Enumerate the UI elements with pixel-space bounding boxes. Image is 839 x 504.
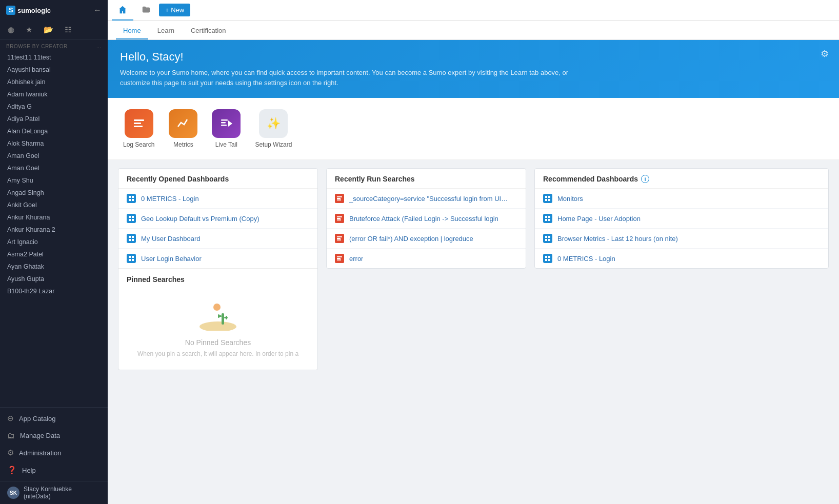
quick-log-search[interactable]: Log Search	[118, 106, 159, 151]
list-item[interactable]: User Login Behavior	[118, 249, 317, 268]
list-item[interactable]: 0 METRICS - Login	[118, 189, 317, 209]
sidebar-item-administration[interactable]: ⚙ Administration	[0, 444, 108, 461]
list-item[interactable]: 0 METRICS - Login	[535, 249, 828, 268]
quick-live-tail[interactable]: Live Tail	[207, 106, 246, 151]
new-button[interactable]: + New	[159, 4, 190, 16]
tab-learn[interactable]: Learn	[150, 23, 182, 39]
sidebar-item-app-catalog[interactable]: ⊝ App Catalog	[0, 410, 108, 427]
svg-marker-9	[228, 120, 232, 127]
svg-rect-47	[545, 199, 547, 201]
svg-text:sumologic: sumologic	[17, 7, 51, 14]
sidebar-user-item[interactable]: Ankur Khurana 2	[0, 224, 108, 236]
svg-rect-15	[132, 216, 134, 218]
metrics-label: Metrics	[173, 141, 193, 148]
pinned-searches-title: Pinned Searches	[127, 275, 309, 284]
list-item[interactable]: Bruteforce Attack (Failed Login -> Succe…	[327, 209, 526, 229]
recommended-info-icon[interactable]: i	[641, 175, 649, 183]
content-tabs: Home Learn Certification	[108, 21, 839, 40]
sidebar-user-item[interactable]: Art Ignacio	[0, 236, 108, 248]
svg-rect-41	[337, 239, 341, 240]
recent-icon[interactable]: ◍	[6, 24, 16, 36]
sidebar-user-item[interactable]: Adam Iwaniuk	[0, 88, 108, 100]
svg-rect-33	[337, 196, 342, 197]
sidebar-user-item[interactable]: Ankit Goel	[0, 199, 108, 211]
browse-options-icon[interactable]: …	[96, 44, 102, 49]
library-icon[interactable]: ☷	[63, 24, 73, 36]
favorite-icon[interactable]: ★	[24, 24, 34, 36]
sidebar-user-item[interactable]: Aditya G	[0, 100, 108, 113]
tab-home[interactable]: Home	[116, 23, 148, 39]
log-search-label: Log Search	[123, 141, 154, 148]
quick-access: Log Search Metrics	[108, 98, 839, 160]
sidebar-user-profile[interactable]: SK Stacy Kornluebke (niteData)	[0, 481, 108, 504]
sidebar-user-item[interactable]: Ayan Ghatak	[0, 260, 108, 273]
list-item[interactable]: Geo Lookup Default vs Premium (Copy)	[118, 209, 317, 229]
svg-rect-30	[218, 314, 219, 318]
sidebar-user-item[interactable]: Ayush Gupta	[0, 273, 108, 285]
home-icon	[118, 5, 127, 14]
welcome-greeting: Hello, Stacy!	[120, 50, 827, 64]
sidebar-user-item[interactable]: Aayushi bansal	[0, 64, 108, 76]
sidebar-user-item[interactable]: Asma2 Patel	[0, 248, 108, 260]
sidebar-item-help-label: Help	[22, 467, 36, 474]
list-item[interactable]: (error OR fail*) AND exception | logredu…	[327, 229, 526, 249]
svg-rect-50	[548, 216, 550, 218]
list-item[interactable]: Browser Metrics - Last 12 hours (on nite…	[535, 229, 828, 249]
no-pinned-text: No Pinned Searches	[185, 338, 251, 347]
sidebar-item-help[interactable]: ❓ Help	[0, 461, 108, 479]
svg-rect-13	[132, 199, 134, 201]
sidebar-user-item[interactable]: Adiya Patel	[0, 113, 108, 125]
search-icon	[335, 234, 344, 243]
svg-rect-36	[337, 216, 342, 217]
sidebar-item-manage-data[interactable]: 🗂 Manage Data	[0, 427, 108, 444]
search-icon	[335, 214, 344, 223]
sidebar-back-button[interactable]: ←	[93, 6, 102, 15]
sidebar-user-item[interactable]: 11test11 11test	[0, 51, 108, 64]
sidebar-user-item[interactable]: Angad Singh	[0, 187, 108, 199]
recently-opened-header: Recently Opened Dashboards	[118, 169, 317, 189]
svg-rect-49	[545, 216, 547, 218]
svg-rect-39	[337, 236, 342, 237]
svg-rect-8	[221, 125, 227, 126]
svg-rect-16	[129, 219, 131, 221]
list-item[interactable]: _sourceCategory=service "Successful logi…	[327, 189, 526, 209]
tab-certification[interactable]: Certification	[184, 23, 233, 39]
quick-setup-wizard[interactable]: ✨ Setup Wizard	[250, 106, 297, 151]
sidebar-user-item[interactable]: Alan DeLonga	[0, 125, 108, 137]
list-item[interactable]: My User Dashboard	[118, 229, 317, 249]
quick-metrics[interactable]: Metrics	[164, 106, 203, 151]
svg-rect-58	[548, 256, 550, 258]
sidebar-user-item[interactable]: B100-th29 Lazar	[0, 285, 108, 297]
recently-run-panel: Recently Run Searches _sourceCategory=se…	[326, 168, 526, 269]
sidebar-user-item[interactable]: Ankur Khurana	[0, 211, 108, 224]
sidebar-user-item[interactable]: Alok Sharma	[0, 137, 108, 150]
svg-rect-44	[337, 259, 341, 260]
center-column: Recently Run Searches _sourceCategory=se…	[326, 168, 526, 269]
recommended-header: Recommended Dashboards i	[535, 169, 828, 189]
list-item[interactable]: Monitors	[535, 189, 828, 209]
list-item[interactable]: Home Page - User Adoption	[535, 209, 828, 229]
sidebar-user-item[interactable]: Aman Goel	[0, 162, 108, 174]
sidebar-item-administration-label: Administration	[19, 449, 61, 457]
folder-icon	[142, 5, 151, 14]
svg-rect-43	[337, 258, 341, 259]
sidebar-user-item[interactable]: Abhishek jain	[0, 76, 108, 88]
dashboard-icon	[543, 254, 552, 263]
svg-rect-10	[129, 196, 131, 198]
sidebar-user-item[interactable]: Aman Goel	[0, 150, 108, 162]
settings-gear-icon[interactable]: ⚙	[821, 48, 829, 59]
browse-by-creator-label: BROWSE BY CREATOR	[6, 44, 68, 49]
svg-rect-42	[337, 256, 342, 257]
svg-point-27	[199, 321, 236, 331]
sidebar-user-item[interactable]: Amy Shu	[0, 174, 108, 187]
personal-icon[interactable]: 📂	[42, 24, 55, 36]
topnav: + New	[108, 0, 839, 21]
sidebar: S sumologic ← ◍ ★ 📂 ☷ BROWSE BY CREATOR …	[0, 0, 108, 504]
panels-combined: Recently Opened Dashboards 0 METRICS - L…	[108, 160, 839, 370]
log-search-icon	[125, 109, 153, 138]
topnav-folder[interactable]	[135, 0, 157, 21]
list-item[interactable]: error	[327, 249, 526, 268]
topnav-home[interactable]	[112, 0, 133, 21]
right-column: Recommended Dashboards i Monitors	[534, 168, 829, 269]
dashboard-icon	[543, 194, 552, 203]
